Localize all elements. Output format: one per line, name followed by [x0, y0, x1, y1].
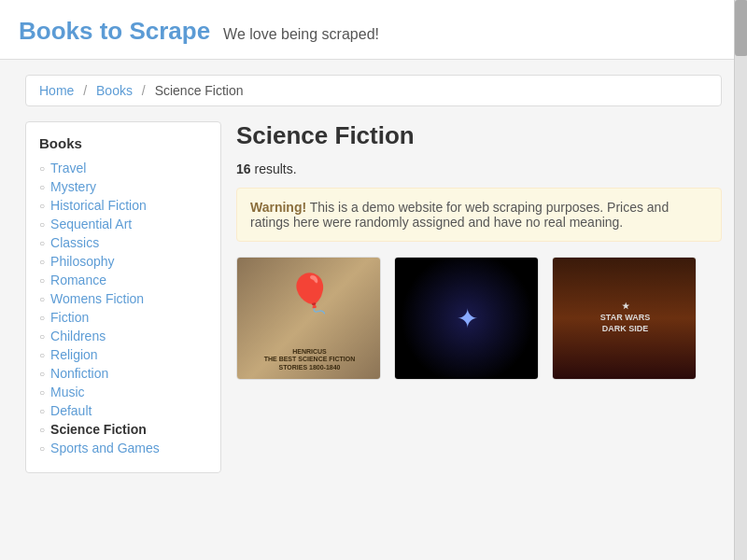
list-item: Science Fiction: [39, 422, 207, 437]
list-item: Mystery: [39, 179, 207, 194]
warning-label: Warning!: [250, 200, 306, 215]
main-content: Science Fiction 16 results. Warning! Thi…: [236, 121, 722, 473]
results-number: 16: [236, 161, 251, 176]
sidebar-nav: TravelMysteryHistorical FictionSequentia…: [39, 161, 207, 455]
list-item: Philosophy: [39, 254, 207, 269]
book-cover-1: HENRICUSTHE BEST SCIENCE FICTIONSTORIES …: [237, 258, 381, 379]
sidebar-item-classics[interactable]: Classics: [50, 235, 99, 250]
sidebar-item-childrens[interactable]: Childrens: [50, 329, 106, 343]
cover-image-2: [395, 258, 539, 379]
book-card-3[interactable]: ★STAR WARSDARK SIDE: [552, 257, 697, 380]
sidebar-item-default[interactable]: Default: [50, 403, 92, 418]
breadcrumb-separator-2: /: [142, 83, 146, 98]
sidebar-item-nonfiction[interactable]: Nonfiction: [50, 366, 108, 381]
list-item: Womens Fiction: [39, 291, 207, 306]
books-grid: HENRICUSTHE BEST SCIENCE FICTIONSTORIES …: [236, 257, 722, 380]
list-item: Childrens: [39, 329, 207, 343]
list-item: Religion: [39, 347, 207, 362]
list-item: Classics: [39, 235, 207, 250]
list-item: Music: [39, 385, 207, 399]
top-bar: Books to Scrape We love being scraped!: [0, 0, 747, 60]
main-container: Home / Books / Science Fiction Books Tra…: [7, 60, 740, 488]
list-item: Nonfiction: [39, 366, 207, 381]
list-item: Historical Fiction: [39, 198, 207, 213]
book-card-1[interactable]: HENRICUSTHE BEST SCIENCE FICTIONSTORIES …: [236, 257, 381, 380]
list-item: Travel: [39, 161, 207, 175]
sidebar-heading: Books: [39, 135, 207, 151]
list-item: Romance: [39, 273, 207, 287]
cover-image-3: ★STAR WARSDARK SIDE: [553, 258, 697, 379]
sidebar: Books TravelMysteryHistorical FictionSeq…: [25, 121, 221, 473]
breadcrumb-home[interactable]: Home: [39, 83, 74, 98]
cover-image-1: HENRICUSTHE BEST SCIENCE FICTIONSTORIES …: [237, 258, 381, 379]
book-cover-2: [395, 258, 539, 379]
sidebar-item-womens-fiction[interactable]: Womens Fiction: [50, 291, 144, 306]
breadcrumb: Home / Books / Science Fiction: [25, 75, 722, 106]
book-card-2[interactable]: [394, 257, 539, 380]
warning-text: This is a demo website for web scraping …: [250, 200, 669, 230]
sidebar-item-religion[interactable]: Religion: [50, 347, 98, 362]
sidebar-item-fiction[interactable]: Fiction: [50, 310, 89, 325]
sidebar-item-science-fiction[interactable]: Science Fiction: [50, 422, 147, 437]
sidebar-item-sequential-art[interactable]: Sequential Art: [50, 217, 132, 231]
book-cover-3: ★STAR WARSDARK SIDE: [553, 258, 697, 379]
list-item: Default: [39, 403, 207, 418]
cover-1-text: HENRICUSTHE BEST SCIENCE FICTIONSTORIES …: [261, 348, 359, 371]
sidebar-item-historical-fiction[interactable]: Historical Fiction: [50, 198, 147, 213]
sidebar-item-sports-and-games[interactable]: Sports and Games: [50, 441, 160, 455]
breadcrumb-current: Science Fiction: [155, 83, 244, 98]
breadcrumb-separator-1: /: [83, 83, 87, 98]
sidebar-item-travel[interactable]: Travel: [50, 161, 86, 175]
sidebar-item-philosophy[interactable]: Philosophy: [50, 254, 115, 269]
site-tagline: We love being scraped!: [223, 26, 379, 42]
list-item: Fiction: [39, 310, 207, 325]
list-item: Sequential Art: [39, 217, 207, 231]
warning-box: Warning! This is a demo website for web …: [236, 188, 722, 242]
cover-3-text: ★STAR WARSDARK SIDE: [597, 298, 654, 338]
breadcrumb-books[interactable]: Books: [96, 83, 133, 98]
cover-2-design: [435, 286, 500, 351]
page-title: Science Fiction: [236, 121, 722, 150]
results-label: results.: [254, 161, 296, 176]
sidebar-item-mystery[interactable]: Mystery: [50, 179, 96, 194]
content-row: Books TravelMysteryHistorical FictionSeq…: [25, 121, 722, 473]
results-count: 16 results.: [236, 161, 722, 176]
site-title[interactable]: Books to Scrape: [19, 17, 210, 45]
sidebar-item-romance[interactable]: Romance: [50, 273, 106, 287]
sidebar-item-music[interactable]: Music: [50, 385, 85, 399]
list-item: Sports and Games: [39, 441, 207, 455]
